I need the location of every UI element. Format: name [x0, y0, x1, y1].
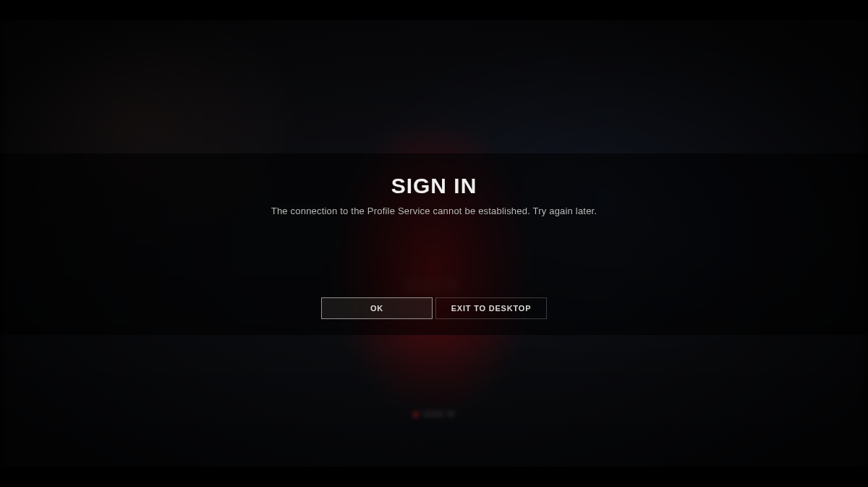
dialog-button-row: OK EXIT TO DESKTOP — [0, 297, 868, 319]
background-signin-hint: SIGN IN — [413, 410, 455, 418]
letterbox-top — [0, 0, 868, 20]
exit-to-desktop-button[interactable]: EXIT TO DESKTOP — [435, 297, 547, 319]
ok-button[interactable]: OK — [321, 297, 433, 319]
dialog-content: SIGN IN The connection to the Profile Se… — [0, 153, 868, 216]
hint-label: SIGN IN — [423, 410, 455, 418]
dialog-title: SIGN IN — [391, 174, 477, 198]
letterbox-bottom — [0, 467, 868, 487]
hint-indicator-icon — [413, 412, 419, 418]
signin-error-dialog: SIGN IN The connection to the Profile Se… — [0, 153, 868, 335]
dialog-message: The connection to the Profile Service ca… — [271, 206, 597, 216]
